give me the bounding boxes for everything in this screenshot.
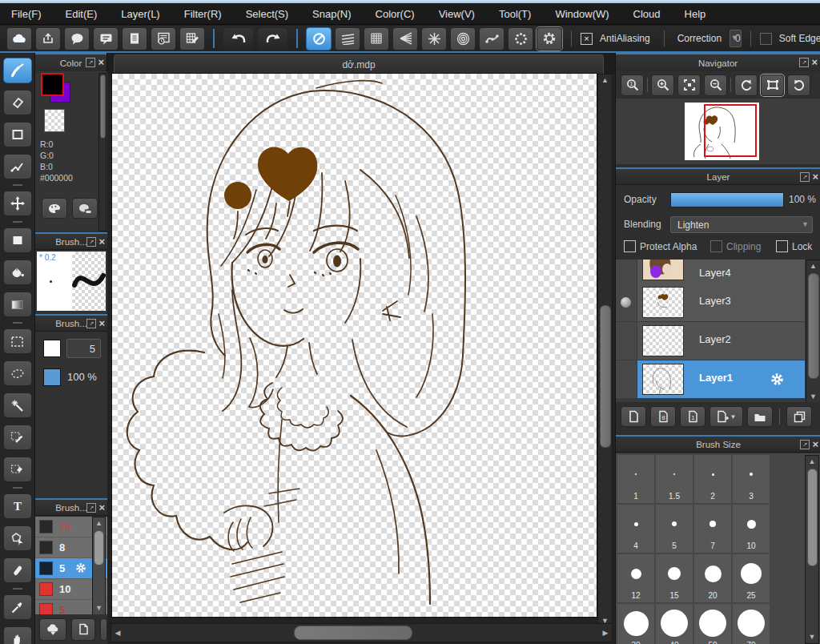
- brush-list-scrollbar[interactable]: ▲ ▼: [92, 517, 106, 614]
- layer-settings-gear-icon[interactable]: [770, 372, 784, 386]
- soft-edge-checkbox[interactable]: [760, 33, 772, 45]
- brush-size-option[interactable]: 20: [694, 554, 731, 602]
- brush-tool[interactable]: [3, 58, 32, 83]
- popout-icon[interactable]: ↗: [86, 319, 96, 328]
- hand-tool[interactable]: [3, 626, 32, 644]
- menu-edit[interactable]: Edit(E): [66, 8, 98, 20]
- menu-tool[interactable]: Tool(T): [499, 8, 531, 20]
- menu-filter[interactable]: Filter(R): [184, 8, 222, 20]
- undo-button[interactable]: [223, 27, 254, 50]
- move-tool[interactable]: [3, 191, 32, 216]
- menu-help[interactable]: Help: [685, 8, 706, 20]
- color-panel-scrollbar[interactable]: [98, 73, 107, 231]
- brush-size-option[interactable]: 10: [733, 505, 770, 553]
- comment-button[interactable]: [64, 27, 90, 50]
- popout-icon[interactable]: ↗: [799, 58, 809, 67]
- duplicate-layer-button[interactable]: [786, 406, 812, 427]
- close-icon[interactable]: ×: [812, 173, 818, 181]
- palette-add-button[interactable]: [72, 198, 98, 219]
- fill-rect-tool[interactable]: [3, 227, 32, 253]
- close-icon[interactable]: ×: [811, 58, 818, 66]
- brush-size-option[interactable]: 25: [733, 554, 770, 602]
- brush-size-option[interactable]: 1.5: [656, 455, 693, 503]
- eraser-tool[interactable]: [3, 90, 32, 115]
- close-icon[interactable]: ×: [98, 320, 105, 328]
- snap-off-button[interactable]: [306, 27, 332, 50]
- popout-icon[interactable]: ↗: [86, 237, 96, 247]
- select-rect-tool[interactable]: [3, 328, 32, 354]
- scroll-down-icon[interactable]: ▼: [806, 391, 820, 402]
- bucket-tool[interactable]: [3, 260, 32, 285]
- opacity-slider[interactable]: [670, 192, 784, 207]
- clipping-checkbox[interactable]: [710, 240, 722, 252]
- protect-alpha-checkbox-group[interactable]: Protect Alpha: [624, 240, 697, 252]
- redo-button[interactable]: [257, 27, 288, 50]
- brush-size-option[interactable]: 40: [656, 604, 693, 644]
- popout-icon[interactable]: ↗: [86, 503, 96, 513]
- layer-visibility-cell[interactable]: [616, 360, 637, 398]
- brush-size-option[interactable]: 12: [617, 554, 654, 602]
- add-8bit-layer-button[interactable]: 8: [650, 406, 676, 427]
- scroll-down-icon[interactable]: ▼: [93, 602, 105, 614]
- clipping-checkbox-group[interactable]: Clipping: [710, 240, 761, 252]
- figure-tool[interactable]: [3, 122, 32, 147]
- close-icon[interactable]: ×: [98, 58, 104, 66]
- scroll-up-icon[interactable]: ▲: [806, 456, 818, 467]
- text-tool[interactable]: T: [3, 493, 32, 519]
- brush-size-input[interactable]: 5: [66, 339, 101, 358]
- layer-row[interactable]: Layer3: [616, 284, 805, 322]
- scroll-up-icon[interactable]: ▲: [598, 74, 612, 86]
- brush-footer-more-button[interactable]: [100, 618, 107, 641]
- add-layer-button[interactable]: [621, 406, 646, 427]
- snap-vanishing-button[interactable]: [392, 27, 418, 50]
- message-button[interactable]: [93, 27, 119, 50]
- brush-size-option[interactable]: 50: [694, 604, 731, 644]
- snap-ellipse-button[interactable]: [508, 27, 533, 50]
- document-tab[interactable]: dở.mdp: [114, 54, 604, 74]
- transparent-color-swatch[interactable]: [45, 110, 64, 131]
- brush-size-option[interactable]: 15: [656, 554, 693, 602]
- foreground-color-swatch[interactable]: [41, 73, 64, 96]
- zoom-out-button[interactable]: [704, 74, 727, 96]
- layer-row[interactable]: Layer2: [616, 322, 805, 360]
- rotate-ccw-button[interactable]: [734, 74, 758, 96]
- add-1bit-layer-button[interactable]: 1: [680, 406, 705, 427]
- gradient-tool[interactable]: [3, 292, 32, 317]
- add-layer-menu-button[interactable]: ▼: [709, 406, 743, 427]
- document-button[interactable]: [122, 27, 147, 50]
- publish-button[interactable]: [35, 27, 61, 50]
- close-icon[interactable]: ×: [98, 504, 105, 512]
- menu-window[interactable]: Window(W): [555, 8, 609, 20]
- brush-size-option[interactable]: 3: [733, 455, 770, 503]
- lasso-tool[interactable]: [3, 360, 32, 386]
- menu-select[interactable]: Select(S): [246, 8, 288, 20]
- magic-wand-tool[interactable]: [3, 392, 32, 418]
- menu-snap[interactable]: Snap(N): [312, 8, 351, 20]
- menu-view[interactable]: View(V): [439, 8, 475, 20]
- new-folder-button[interactable]: [747, 406, 773, 427]
- brush-size-scrollbar[interactable]: ▲ ▼: [805, 455, 819, 644]
- brush-settings-gear-icon[interactable]: [75, 562, 86, 574]
- snap-concentric-button[interactable]: [450, 27, 476, 50]
- popout-icon[interactable]: ↗: [800, 172, 810, 182]
- snap-radial-button[interactable]: [421, 27, 447, 50]
- polyline-tool[interactable]: [3, 154, 32, 179]
- layer-visibility-cell[interactable]: [616, 284, 637, 321]
- rotate-cw-button[interactable]: [787, 74, 810, 96]
- select-eraser-tool[interactable]: [3, 457, 32, 482]
- brush-size-option[interactable]: 7: [694, 505, 731, 553]
- scroll-up-icon[interactable]: ▲: [93, 517, 105, 529]
- cloud-button[interactable]: [6, 27, 32, 50]
- brush-size-option[interactable]: 1: [617, 455, 654, 503]
- layer-row-selected[interactable]: Layer1: [616, 360, 805, 399]
- lock-checkbox-group[interactable]: Lock: [776, 240, 812, 252]
- reset-rotation-button[interactable]: [761, 74, 784, 96]
- snap-curve-button[interactable]: [479, 27, 504, 50]
- add-brush-button[interactable]: [71, 618, 95, 641]
- select-pen-tool[interactable]: [3, 425, 32, 450]
- antialiasing-checkbox[interactable]: ×: [581, 33, 593, 45]
- scroll-up-icon[interactable]: ▲: [806, 260, 820, 272]
- protect-alpha-checkbox[interactable]: [624, 240, 636, 252]
- blending-dropdown[interactable]: Lighten ▼: [670, 216, 813, 233]
- snap-grid-button[interactable]: [364, 27, 389, 50]
